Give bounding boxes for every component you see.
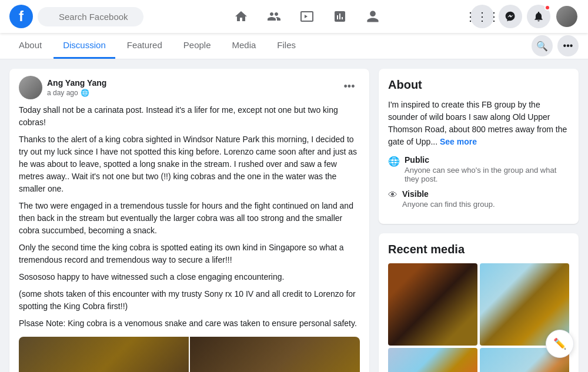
author-details: Ang Yang Yang a day ago 🌐 [47,78,106,97]
watch-nav-button[interactable] [293,2,321,31]
search-input[interactable] [38,7,143,26]
nav-center [143,2,470,31]
post-meta: a day ago 🌐 [47,89,106,97]
nav-right: ⋮⋮⋮ [470,5,579,28]
post-paragraph-6: (some shots taken of this encounter with… [19,288,360,313]
post-paragraph-1: Today shall not be a carinata post. Inst… [19,104,360,129]
post-paragraph-3: The two were engaged in a tremendous tus… [19,200,360,237]
post-paragraph-2: Thanks to the alert of a king cobra sigh… [19,133,360,195]
post-options-button[interactable]: ••• [339,76,360,97]
sub-navigation: About Discussion Featured People Media F… [0,33,588,59]
post-time: a day ago [47,89,78,97]
main-layout: Ang Yang Yang a day ago 🌐 ••• Today shal… [0,59,588,372]
grid-menu-button[interactable]: ⋮⋮⋮ [470,5,494,28]
tab-actions: 🔍 ••• [532,35,579,56]
post-body: Today shall not be a carinata post. Inst… [19,104,360,330]
avatar[interactable] [555,5,579,28]
tab-media[interactable]: Media [223,33,266,59]
about-visible-desc: Anyone can find this group. [402,200,495,209]
post-card: Ang Yang Yang a day ago 🌐 ••• Today shal… [9,69,369,372]
media-grid [388,263,569,372]
media-item-3[interactable] [388,348,477,372]
post-author-info: Ang Yang Yang a day ago 🌐 [19,76,106,99]
facebook-logo[interactable]: f [9,5,33,28]
post-paragraph-4: Only the second time the king cobra is s… [19,242,360,266]
tab-discussion[interactable]: Discussion [54,33,115,59]
tab-about[interactable]: About [9,33,51,59]
about-card: About I'm inspired to create this FB gro… [379,69,579,224]
post-image-grid [19,337,360,372]
nav-left: f [9,5,143,28]
about-visible-item: 👁 Visible Anyone can find this group. [388,189,569,209]
about-public-details: Public Anyone can see who's in the group… [405,155,569,183]
about-description: I'm inspired to create this FB group by … [388,99,569,148]
tab-people[interactable]: People [174,33,220,59]
tab-files[interactable]: Files [268,33,305,59]
search-tab-button[interactable]: 🔍 [532,35,553,56]
author-avatar [19,76,42,99]
about-card-title: About [388,78,569,92]
globe-icon: 🌐 [388,156,400,167]
notification-dot [544,5,550,11]
see-more-link[interactable]: See more [440,137,477,146]
tab-featured[interactable]: Featured [118,33,172,59]
about-public-title: Public [405,155,569,165]
messenger-button[interactable] [499,5,522,28]
search-wrapper [38,7,143,26]
about-visible-details: Visible Anyone can find this group. [402,189,495,209]
marketplace-nav-button[interactable] [326,2,354,31]
top-navigation: f ⋮⋮⋮ [0,0,588,33]
post-privacy-icon: 🌐 [81,89,89,97]
about-visible-title: Visible [402,189,495,199]
post-header: Ang Yang Yang a day ago 🌐 ••• [19,76,360,99]
more-options-button[interactable]: ••• [557,35,579,56]
about-public-desc: Anyone can see who's in the group and wh… [405,166,569,183]
tab-list: About Discussion Featured People Media F… [9,33,532,59]
profile-nav-button[interactable] [359,2,387,31]
post-image-1[interactable] [19,337,189,372]
media-item-1[interactable] [388,263,477,346]
home-nav-button[interactable] [227,2,255,31]
post-paragraph-5: Sosososo happy to have witnessed such a … [19,271,360,283]
sidebar-column: About I'm inspired to create this FB gro… [379,69,579,372]
post-image-2[interactable] [190,337,360,372]
author-name[interactable]: Ang Yang Yang [47,78,106,88]
feed-column: Ang Yang Yang a day ago 🌐 ••• Today shal… [9,69,369,372]
notifications-button[interactable] [527,5,550,28]
post-paragraph-7: Plsase Note: King cobra is a venomous sn… [19,317,360,330]
eye-icon: 👁 [388,190,397,200]
recent-media-title: Recent media [388,243,569,256]
compose-button[interactable]: ✏️ [546,330,574,358]
about-public-item: 🌐 Public Anyone can see who's in the gro… [388,155,569,183]
friends-nav-button[interactable] [260,2,288,31]
